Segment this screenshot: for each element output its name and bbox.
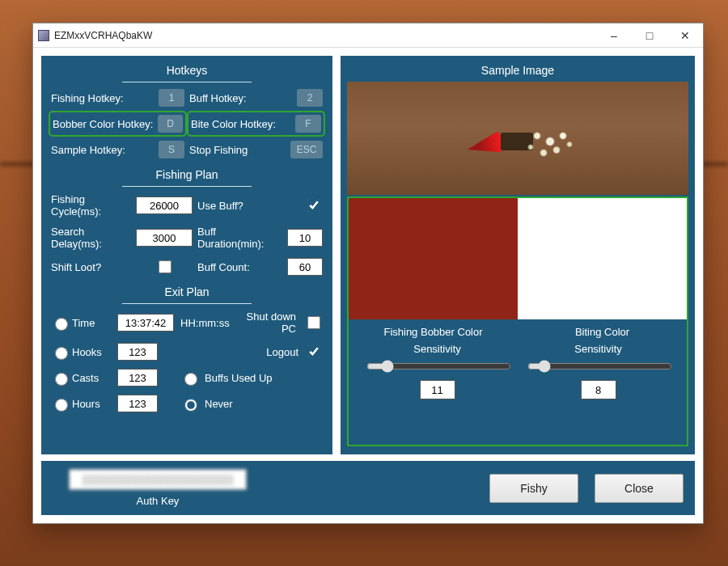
bobber-sensitivity-label: Sensitivity	[365, 343, 510, 355]
bobber-color-hotkey-label: Bobber Color Hotkey:	[53, 118, 153, 130]
panels-row: Hotkeys Fishing Hotkey: 1 Buff Hotkey: 2…	[41, 56, 695, 454]
sample-panel: Sample Image Fishing Bobber Color Biting…	[341, 56, 695, 454]
biting-sensitivity-slider[interactable]	[527, 360, 672, 373]
exit-plan-grid: Time HH:mm:ss Shut down PC Hooks Logout	[51, 310, 323, 412]
fishing-plan-divider	[122, 186, 252, 187]
buff-duration-input[interactable]	[287, 229, 323, 247]
sensitivity-row: Sensitivity Sensitivity	[349, 343, 687, 399]
bottom-panel: ████████████████████████ Auth Key Fishy …	[41, 461, 695, 515]
shutdown-checkbox[interactable]	[307, 316, 320, 329]
maximize-button[interactable]: □	[632, 24, 667, 47]
bobber-color-hotkey-row: Bobber Color Hotkey: D	[51, 113, 184, 134]
bobber-sensitivity-col: Sensitivity	[365, 343, 510, 399]
buff-count-input[interactable]	[287, 258, 323, 276]
app-icon	[38, 30, 49, 41]
hotkeys-title: Hotkeys	[51, 64, 323, 77]
hotkeys-divider	[122, 82, 252, 82]
bite-color-hotkey-label: Bite Color Hotkey:	[191, 118, 276, 130]
exit-plan-divider	[122, 303, 252, 304]
fishing-cycle-input[interactable]	[136, 196, 193, 214]
stop-fishing-label: Stop Fishing	[189, 144, 286, 156]
buffs-used-radio[interactable]	[184, 373, 197, 386]
time-input[interactable]	[117, 314, 174, 332]
bobber-color-swatch[interactable]	[349, 198, 518, 319]
buff-hotkey-field[interactable]: 2	[297, 89, 323, 107]
color-labels: Fishing Bobber Color Biting Color	[349, 326, 687, 338]
bobber-color-hotkey-field[interactable]: D	[158, 115, 183, 133]
minimize-icon: –	[611, 29, 617, 42]
time-radio[interactable]	[55, 318, 68, 331]
window-controls: – □ ✕	[596, 24, 703, 47]
casts-input[interactable]	[117, 369, 158, 386]
use-buff-label: Use Buff?	[197, 200, 277, 212]
never-label: Never	[205, 398, 233, 410]
shift-loot-label: Shift Loot?	[51, 261, 131, 273]
hours-input[interactable]	[117, 395, 158, 412]
sparkle-graphic	[518, 113, 582, 170]
auth-key-input[interactable]: ████████████████████████	[69, 469, 247, 490]
buff-duration-label: Buff Duration(min):	[197, 226, 277, 250]
sample-hotkey-field[interactable]: S	[159, 141, 184, 158]
casts-radio[interactable]	[55, 373, 68, 386]
color-swatches	[349, 198, 687, 319]
shift-loot-checkbox[interactable]	[159, 260, 171, 273]
buff-count-label: Buff Count:	[197, 261, 277, 273]
exit-plan-title: Exit Plan	[51, 285, 323, 298]
buff-hotkey-label: Buff Hotkey:	[189, 92, 286, 104]
bobber-color-label: Fishing Bobber Color	[349, 326, 518, 338]
time-label: Time	[72, 317, 111, 329]
bite-color-hotkey-row: Bite Color Hotkey: F	[189, 113, 323, 134]
biting-sensitivity-label: Sensitivity	[526, 343, 671, 355]
auth-key-value: ████████████████████████	[82, 475, 233, 484]
close-icon: ✕	[680, 29, 690, 42]
logout-checkbox[interactable]	[307, 345, 320, 358]
hooks-radio[interactable]	[55, 347, 68, 360]
fishing-hotkey-label: Fishing Hotkey:	[51, 92, 147, 104]
hotkeys-grid: Fishing Hotkey: 1 Buff Hotkey: 2 Bobber …	[51, 89, 323, 158]
sample-hotkey-label: Sample Hotkey:	[51, 144, 147, 156]
titlebar[interactable]: EZMxxVCRHAQbaKW – □ ✕	[33, 23, 703, 48]
close-button[interactable]: ✕	[667, 24, 703, 47]
sample-image-preview	[347, 82, 688, 195]
biting-sensitivity-input[interactable]	[581, 380, 616, 399]
stop-fishing-hotkey-field[interactable]: ESC	[290, 141, 323, 158]
bobber-sensitivity-slider[interactable]	[366, 360, 511, 373]
fishy-button[interactable]: Fishy	[489, 474, 578, 503]
fishing-plan-grid: Fishing Cycle(ms): Use Buff? Search Dela…	[51, 193, 323, 276]
shutdown-label: Shut down PC	[235, 310, 299, 335]
casts-label: Casts	[72, 372, 111, 384]
color-zone: Fishing Bobber Color Biting Color Sensit…	[347, 196, 688, 446]
logout-label: Logout	[180, 346, 302, 358]
hours-radio[interactable]	[55, 399, 68, 412]
close-app-button[interactable]: Close	[595, 474, 684, 503]
bobber-sensitivity-input[interactable]	[420, 380, 455, 399]
settings-panel: Hotkeys Fishing Hotkey: 1 Buff Hotkey: 2…	[41, 56, 332, 454]
never-radio[interactable]	[184, 399, 197, 412]
biting-color-swatch[interactable]	[518, 198, 687, 319]
biting-sensitivity-col: Sensitivity	[526, 343, 671, 399]
buffs-used-label: Buffs Used Up	[205, 372, 273, 384]
hours-label: Hours	[72, 398, 111, 410]
use-buff-checkbox[interactable]	[307, 199, 320, 212]
titlebar-left: EZMxxVCRHAQbaKW	[38, 30, 152, 41]
fishing-plan-title: Fishing Plan	[51, 168, 323, 181]
biting-color-label: Biting Color	[518, 326, 687, 338]
hooks-label: Hooks	[72, 346, 111, 358]
window-title: EZMxxVCRHAQbaKW	[54, 30, 152, 41]
time-format-label: HH:mm:ss	[180, 317, 230, 329]
search-delay-label: Search Delay(ms):	[51, 226, 131, 250]
app-window: EZMxxVCRHAQbaKW – □ ✕ Hotkeys Fishing Ho…	[32, 23, 704, 524]
bite-color-hotkey-field[interactable]: F	[295, 115, 321, 133]
search-delay-input[interactable]	[136, 229, 193, 247]
fishing-hotkey-field[interactable]: 1	[159, 89, 184, 107]
fishing-cycle-label: Fishing Cycle(ms):	[51, 193, 131, 218]
sample-image-title: Sample Image	[347, 64, 688, 77]
window-body: Hotkeys Fishing Hotkey: 1 Buff Hotkey: 2…	[33, 48, 703, 523]
maximize-icon: □	[646, 29, 653, 42]
minimize-button[interactable]: –	[596, 24, 632, 47]
auth-column: ████████████████████████ Auth Key	[53, 469, 263, 507]
auth-key-label: Auth Key	[53, 495, 263, 507]
hooks-input[interactable]	[117, 343, 158, 361]
